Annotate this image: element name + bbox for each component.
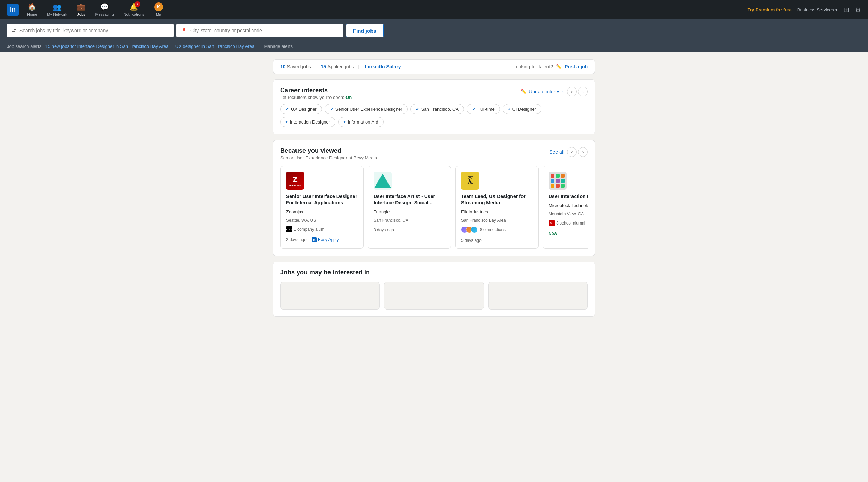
job-card-elk[interactable]: Team Lead, UX Designer for Streaming Med… bbox=[455, 166, 539, 249]
manage-alerts-link[interactable]: Manage alerts bbox=[264, 44, 293, 49]
tag-senior-ux[interactable]: ✓ Senior User Experience Designer bbox=[325, 104, 408, 114]
nav-item-jobs[interactable]: 💼 Jobs bbox=[73, 0, 90, 19]
connection-label: 3 school alumni bbox=[556, 221, 585, 226]
job-card-zoomjax[interactable]: Z ZOOMJAX Senior User Interface Designer… bbox=[280, 166, 364, 249]
job-card-triangle[interactable]: User Interface Artist - User Interface D… bbox=[368, 166, 451, 249]
stats-divider-2: | bbox=[358, 64, 359, 69]
job-footer-triangle: 3 days ago bbox=[374, 228, 445, 232]
triangle-logo bbox=[374, 172, 392, 190]
job-search-input[interactable] bbox=[19, 28, 169, 33]
applied-jobs-count[interactable]: 15 bbox=[321, 64, 326, 69]
connection-label: 8 connections bbox=[480, 227, 506, 232]
career-interests-subtitle: Let recruiters know you're open: On bbox=[280, 95, 352, 100]
business-services-label: Business Services bbox=[797, 7, 834, 12]
applied-jobs-label: Applied jobs bbox=[327, 64, 354, 69]
avatar: K bbox=[154, 2, 163, 11]
interested-section: Jobs you may be interested in bbox=[273, 262, 595, 317]
job-company-zoomjax: Zoomjax bbox=[286, 209, 358, 214]
find-jobs-button[interactable]: Find jobs bbox=[346, 24, 384, 37]
home-icon: 🏠 bbox=[28, 3, 36, 11]
linkedin-logo[interactable]: in bbox=[7, 4, 19, 16]
job-footer-microblock: New bbox=[549, 231, 588, 236]
stats-divider-1: | bbox=[315, 64, 317, 69]
job-location-elk: San Francisco Bay Area bbox=[461, 218, 533, 223]
job-company-triangle: Triangle bbox=[374, 209, 445, 214]
job-prev-button[interactable]: ‹ bbox=[567, 147, 577, 157]
post-job-link[interactable]: Post a job bbox=[565, 64, 588, 69]
company-logo-ct: C&T bbox=[286, 226, 292, 232]
nav-item-home[interactable]: 🏠 Home bbox=[23, 0, 41, 19]
job-title-zoomjax: Senior User Interface Designer For Inter… bbox=[286, 193, 358, 206]
nav-item-messaging[interactable]: 💬 Messaging bbox=[91, 0, 118, 19]
career-interests-section: Career interests Let recruiters know you… bbox=[273, 79, 595, 134]
career-prev-button[interactable]: ‹ bbox=[567, 87, 577, 96]
career-tags-row: ✓ UX Designer ✓ Senior User Experience D… bbox=[280, 104, 588, 127]
career-actions: ✏️ Update interests ‹ › bbox=[521, 87, 588, 96]
nav-right: Try Premium for free Business Services ▾… bbox=[748, 6, 861, 14]
nav-item-my-network[interactable]: 👥 My Network bbox=[43, 0, 71, 19]
nav-jobs-label: Jobs bbox=[77, 12, 85, 16]
tag-ui-designer[interactable]: + UI Designer bbox=[503, 104, 541, 114]
alert-link-2[interactable]: UX designer in San Francisco Bay Area bbox=[175, 44, 254, 49]
alerts-divider: | bbox=[171, 44, 172, 49]
business-services-button[interactable]: Business Services ▾ bbox=[797, 7, 838, 12]
nav-messaging-label: Messaging bbox=[95, 12, 114, 16]
see-all-link[interactable]: See all bbox=[549, 149, 564, 155]
alert-link-1[interactable]: 15 new jobs for Interface Designer in Sa… bbox=[45, 44, 169, 49]
tag-sf-ca[interactable]: ✓ San Francisco, CA bbox=[410, 104, 464, 114]
linkedin-salary-link[interactable]: LinkedIn Salary bbox=[365, 64, 401, 69]
try-premium-button[interactable]: Try Premium for free bbox=[748, 7, 792, 12]
nav-network-label: My Network bbox=[47, 12, 67, 16]
interested-title: Jobs you may be interested in bbox=[280, 269, 588, 276]
nav-me-label: Me bbox=[156, 12, 161, 17]
tag-full-time[interactable]: ✓ Full-time bbox=[467, 104, 500, 114]
update-interests-label: Update interests bbox=[529, 89, 564, 94]
tag-label: Full-time bbox=[477, 107, 495, 112]
job-card-microblock[interactable]: User Interaction Designer Microblock Tec… bbox=[543, 166, 588, 249]
see-all-group: See all ‹ › bbox=[549, 147, 588, 157]
update-interests-button[interactable]: ✏️ Update interests bbox=[521, 89, 564, 94]
job-footer-zoomjax: 2 days ago · in Easy Apply bbox=[286, 237, 358, 242]
jobs-icon: 💼 bbox=[77, 3, 85, 11]
career-interests-header: Career interests Let recruiters know you… bbox=[280, 87, 588, 100]
job-title-microblock: User Interaction Designer bbox=[549, 193, 588, 200]
job-title-triangle: User Interface Artist - User Interface D… bbox=[374, 193, 445, 206]
connection-avatars bbox=[461, 226, 476, 233]
alerts-bar: Job search alerts: 15 new jobs for Inter… bbox=[0, 42, 868, 52]
nav-home-label: Home bbox=[27, 12, 37, 16]
career-interests-title-group: Career interests Let recruiters know you… bbox=[280, 87, 352, 100]
nav-item-notifications[interactable]: 🔔 2 Notifications bbox=[119, 0, 149, 19]
school-logo-su: SU bbox=[549, 220, 555, 226]
nav-notifications-label: Notifications bbox=[124, 12, 144, 16]
main-content: 10 Saved jobs | 15 Applied jobs | Linked… bbox=[267, 59, 601, 317]
settings-icon[interactable]: ⚙ bbox=[855, 6, 861, 14]
connection-avatar-3 bbox=[471, 226, 478, 233]
nav-item-me[interactable]: K Me bbox=[150, 0, 167, 19]
location-search-input[interactable] bbox=[190, 28, 339, 33]
job-next-button[interactable]: › bbox=[578, 147, 588, 157]
triangle-shape bbox=[374, 174, 391, 188]
stats-left: 10 Saved jobs | 15 Applied jobs | Linked… bbox=[280, 64, 401, 69]
elk-connections: 8 connections bbox=[461, 226, 533, 233]
check-icon: ✓ bbox=[285, 107, 289, 112]
tag-label: Information Ard bbox=[348, 119, 378, 125]
school-badge-microblock: SU 3 school alumni bbox=[549, 220, 588, 226]
career-next-button[interactable]: › bbox=[578, 87, 588, 96]
tag-information-ard[interactable]: + Information Ard bbox=[338, 117, 384, 127]
easy-apply-badge: in Easy Apply bbox=[312, 237, 339, 242]
check-icon: ✓ bbox=[330, 107, 334, 112]
tag-ux-designer[interactable]: ✓ UX Designer bbox=[280, 104, 322, 114]
tag-label: Interaction Designer bbox=[290, 119, 330, 125]
alerts-label: Job search alerts: bbox=[7, 44, 43, 49]
check-icon: ✓ bbox=[416, 107, 419, 112]
stats-right: Looking for talent? ✏️ Post a job bbox=[513, 64, 588, 69]
tag-label: San Francisco, CA bbox=[421, 107, 459, 112]
plus-icon: + bbox=[508, 107, 511, 112]
saved-jobs-count[interactable]: 10 bbox=[280, 64, 286, 69]
job-title-elk: Team Lead, UX Designer for Streaming Med… bbox=[461, 193, 533, 206]
grid-icon[interactable]: ⊞ bbox=[843, 6, 849, 14]
alum-badge-zoomjax: C&T 1 company alum bbox=[286, 226, 358, 232]
tag-interaction-designer[interactable]: + Interaction Designer bbox=[280, 117, 335, 127]
connection-label: 1 company alum bbox=[294, 227, 324, 232]
job-company-elk: Elk Industries bbox=[461, 209, 533, 214]
